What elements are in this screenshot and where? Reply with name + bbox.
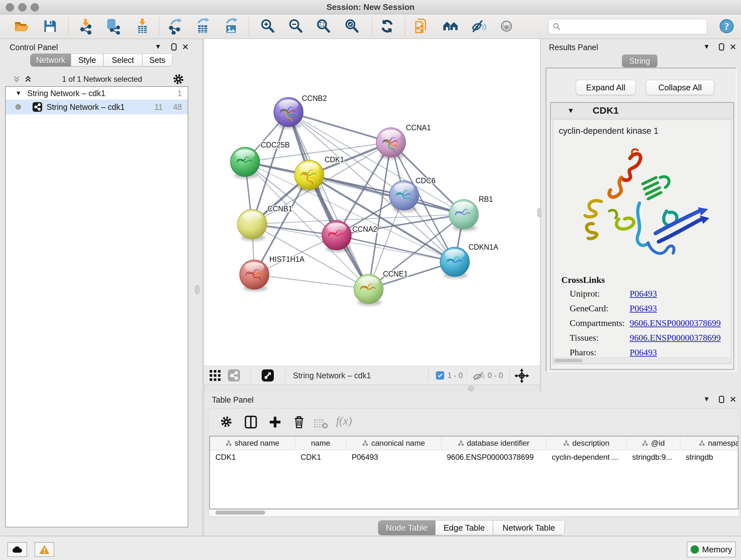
network-collection-row[interactable]: ▼ String Network – cdk1 1 [6, 87, 188, 100]
scrollbar-thumb[interactable] [215, 510, 265, 515]
refresh-view-icon[interactable] [379, 18, 395, 35]
delete-table-icon[interactable] [313, 417, 328, 429]
table-row[interactable]: CDK1CDK1P064939606.ENSP00000378699cyclin… [210, 450, 738, 464]
float-panel-icon[interactable] [719, 43, 724, 51]
zoom-out-icon[interactable] [287, 18, 304, 35]
network-view-title: String Network – cdk1 [293, 366, 371, 385]
selected-checkbox[interactable] [436, 371, 444, 380]
collapse-section-icon[interactable]: ▼ [569, 107, 573, 114]
cell-namespace[interactable]: stringdb [680, 453, 738, 462]
cell-description[interactable]: cyclin-dependent ... [546, 453, 627, 462]
node-table: shared namenamecanonical namedatabase id… [209, 436, 738, 509]
tree-expander-icon[interactable]: ▼ [17, 90, 20, 96]
node-CCNB2[interactable]: CCNB2 [274, 94, 327, 129]
import-network-database-icon[interactable] [105, 18, 121, 35]
tab-network-table[interactable]: Network Table [493, 520, 564, 535]
edge-CCNA1-CCNE1[interactable] [368, 142, 391, 289]
expand-all-button[interactable]: Expand All [576, 80, 636, 95]
column-header-shared-name[interactable]: shared name [210, 436, 295, 450]
add-column-icon[interactable] [268, 415, 282, 429]
export-image-icon[interactable] [223, 18, 239, 35]
grid-view-icon[interactable] [209, 370, 221, 381]
tab-string[interactable]: String [622, 55, 657, 67]
hidden-eye-icon[interactable] [472, 371, 485, 381]
split-columns-icon[interactable] [244, 415, 258, 429]
node-CDK1[interactable]: CDK1 [294, 155, 344, 192]
show-graphics-details-icon[interactable] [498, 18, 515, 35]
edge-HIST1H1A-CCNE1[interactable] [254, 274, 368, 289]
edge-CCNB2-CCNA1[interactable] [288, 112, 391, 142]
cell-canonical-name[interactable]: P06493 [346, 453, 441, 462]
float-panel-icon[interactable] [171, 43, 177, 51]
gene-card-header[interactable]: ▼ CDK1 [551, 103, 733, 118]
import-table-file-icon[interactable] [134, 18, 151, 35]
column-header-namespace[interactable]: namespace [680, 436, 738, 450]
tab-select[interactable]: Select [104, 54, 142, 66]
column-header-database-identifier[interactable]: database identifier [441, 436, 546, 450]
gear-icon[interactable] [220, 415, 232, 428]
close-panel-icon[interactable]: ✕ [730, 42, 737, 52]
network-row-selected[interactable]: String Network – cdk1 11 48 [6, 100, 188, 114]
export-network-icon[interactable] [167, 18, 184, 35]
cell-database-identifier[interactable]: 9606.ENSP00000378699 [441, 453, 546, 462]
import-network-file-icon[interactable] [78, 18, 94, 35]
crosslink-link[interactable]: 9606.ENSP00000378699 [630, 333, 721, 343]
horizontal-scrollbar[interactable] [553, 358, 731, 364]
panel-menu-icon[interactable]: ▼ [156, 44, 160, 50]
tab-network[interactable]: Network [30, 54, 71, 66]
delete-column-icon[interactable] [292, 415, 306, 429]
first-neighbors-icon[interactable] [442, 18, 459, 35]
collapse-all-button[interactable]: Collapse All [646, 80, 714, 95]
cloud-button[interactable] [7, 542, 27, 557]
node-RB1[interactable]: RB1 [449, 195, 493, 231]
node-CCNA1[interactable]: CCNA1 [376, 124, 431, 159]
tab-edge-table[interactable]: Edge Table [435, 520, 493, 535]
column-header-@id[interactable]: @id [627, 436, 680, 450]
tab-sets[interactable]: Sets [142, 54, 172, 66]
collapse-all-icon[interactable] [13, 75, 20, 83]
statusbar-separator [251, 368, 251, 382]
search-input[interactable] [563, 20, 707, 33]
zoom-selected-icon[interactable] [343, 18, 360, 35]
close-panel-icon[interactable]: ✕ [182, 42, 189, 52]
save-session-icon[interactable] [42, 18, 58, 35]
column-header-description[interactable]: description [546, 436, 627, 450]
cell-shared-name[interactable]: CDK1 [210, 453, 295, 462]
pan-crosshair-icon[interactable] [515, 368, 529, 383]
cell-@id[interactable]: stringdb:9... [627, 453, 680, 462]
node-CDKN1A[interactable]: CDKN1A [440, 243, 498, 278]
close-panel-icon[interactable]: ✕ [730, 395, 737, 404]
open-in-new-window-icon[interactable] [262, 369, 274, 381]
tab-style[interactable]: Style [71, 54, 104, 66]
horizontal-scrollbar[interactable] [209, 509, 738, 516]
divider-grip[interactable] [195, 285, 199, 294]
crosslink-link[interactable]: 9606.ENSP00000378699 [630, 318, 721, 328]
panel-menu-icon[interactable]: ▼ [704, 396, 709, 402]
warning-button[interactable] [35, 542, 54, 557]
export-table-icon[interactable] [194, 18, 211, 35]
crosslink-link[interactable]: P06493 [630, 289, 657, 299]
help-icon[interactable]: ? [718, 18, 735, 35]
scrollbar-thumb[interactable] [554, 359, 583, 362]
memory-button[interactable]: Memory [687, 542, 736, 557]
divider-grip[interactable] [468, 386, 474, 391]
hide-selection-icon[interactable] [470, 18, 487, 35]
node-HIST1H1A[interactable]: HIST1H1A [240, 255, 305, 291]
zoom-fit-icon[interactable] [315, 18, 332, 35]
network-view-canvas[interactable]: CCNB2CCNA1CDC25BCDK1CDC6RB1CCNB1CCNA2CDK… [204, 39, 540, 366]
crosslink-link[interactable]: P06493 [630, 348, 657, 358]
crosslink-link[interactable]: P06493 [630, 303, 657, 314]
column-header-name[interactable]: name [295, 436, 346, 450]
import-string-network-icon[interactable] [413, 18, 430, 35]
float-panel-icon[interactable] [719, 395, 724, 403]
zoom-in-icon[interactable] [259, 18, 276, 35]
expand-all-icon[interactable] [24, 75, 32, 83]
tab-node-table[interactable]: Node Table [378, 520, 435, 535]
search-field[interactable] [548, 19, 707, 34]
share-network-icon[interactable] [228, 369, 240, 381]
panel-menu-icon[interactable]: ▼ [704, 44, 709, 50]
cell-name[interactable]: CDK1 [295, 453, 346, 462]
open-session-icon[interactable] [13, 18, 30, 35]
column-header-canonical-name[interactable]: canonical name [346, 436, 441, 450]
gear-icon[interactable] [172, 73, 185, 85]
